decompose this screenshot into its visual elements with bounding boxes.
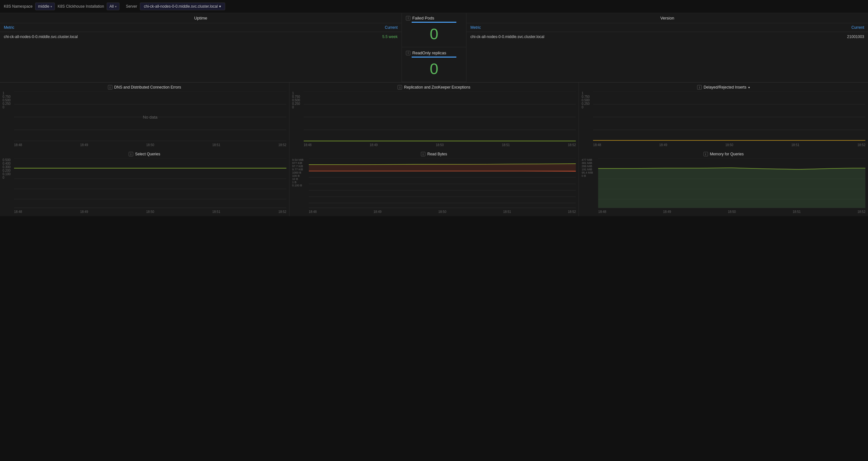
middle-panels: i Failed Pods 0 i ReadOnly replicas 0 <box>402 13 466 82</box>
dns-chart-area: No data <box>14 91 286 143</box>
uptime-table: Metric Current chi-ck-all-nodes-0-0.midd… <box>0 23 401 41</box>
info-icon-failed-pods[interactable]: i <box>406 16 410 21</box>
info-icon-dns[interactable]: i <box>108 85 113 89</box>
read-bytes-chart: i Read Bytes 9.54 MiB 977 KiB 97.7 KiB 9… <box>290 149 579 216</box>
read-bytes-x-axis: 18:48 18:49 18:50 18:51 18:52 <box>309 209 576 213</box>
server-label: Server <box>126 4 137 9</box>
read-bytes-chart-area <box>309 158 576 209</box>
k8s-clickhouse-label: K8S Clickhouse Installation <box>58 4 104 9</box>
uptime-header: Metric Current <box>0 23 401 32</box>
delayed-inserts-chart: i Delayed/Rejected Inserts ▾ 1 0.750 0.5… <box>579 83 868 149</box>
delayed-x-axis: 18:48 18:49 18:50 18:51 18:52 <box>593 143 865 147</box>
version-panel: Version Metric Current chi-ck-all-nodes-… <box>467 13 868 82</box>
failed-pods-value: 0 <box>406 24 462 45</box>
memory-queries-chart: i Memory for Queries 477 MiB 381 MiB 286… <box>579 149 868 216</box>
memory-y-axis: 477 MiB 381 MiB 286 MiB 191 MiB 95.4 MiB… <box>582 158 598 182</box>
readonly-bar <box>412 57 457 58</box>
info-icon-readonly[interactable]: i <box>406 51 410 55</box>
version-metric-value: chi-ck-all-nodes-0-0.middle.svc.cluster.… <box>470 34 544 39</box>
info-icon-replication[interactable]: i <box>398 85 402 89</box>
select-x-axis: 18:48 18:49 18:50 18:51 18:52 <box>14 209 286 213</box>
summary-row: Uptime Metric Current chi-ck-all-nodes-0… <box>0 13 868 83</box>
replication-x-axis: 18:48 18:49 18:50 18:51 18:52 <box>304 143 576 147</box>
k8s-namespace-label: K8S Namespace <box>4 4 33 9</box>
failed-pods-bar <box>412 22 457 23</box>
chevron-down-icon-chart[interactable]: ▾ <box>748 86 750 89</box>
version-current-col: Current <box>851 25 864 30</box>
info-icon-select[interactable]: i <box>129 152 133 156</box>
memory-x-axis: 18:48 18:49 18:50 18:51 18:52 <box>598 209 865 213</box>
uptime-metric-col: Metric <box>4 25 14 30</box>
memory-chart-area <box>598 158 865 209</box>
failed-pods-title: Failed Pods <box>412 16 434 21</box>
delayed-inserts-title: i Delayed/Rejected Inserts ▾ <box>582 85 865 89</box>
k8s-clickhouse-dropdown[interactable]: All ▾ <box>107 3 119 10</box>
replication-title: i Replication and ZooKeeper Exceptions <box>292 85 576 89</box>
uptime-current-col: Current <box>385 25 398 30</box>
version-header: Metric Current <box>467 23 868 32</box>
topbar: K8S Namespace middle ▾ K8S Clickhouse In… <box>0 0 868 13</box>
svg-marker-31 <box>309 164 576 171</box>
replication-chart: i Replication and ZooKeeper Exceptions 1… <box>290 83 579 149</box>
dns-errors-title: i DNS and Distributed Connection Errors <box>3 85 286 89</box>
info-icon-delayed[interactable]: i <box>697 85 702 89</box>
no-data-label: No data <box>143 115 158 120</box>
version-current-value: 21001003 <box>847 34 864 39</box>
svg-marker-38 <box>598 168 865 208</box>
dns-y-axis: 1 0.750 0.500 0.250 0 <box>3 91 14 114</box>
readonly-header: i ReadOnly replicas <box>406 51 462 55</box>
charts-row2: i Select Queries 0.500 0.400 0.300 0.200… <box>0 149 868 216</box>
select-chart-area <box>14 158 286 209</box>
uptime-panel: Uptime Metric Current chi-ck-all-nodes-0… <box>0 13 401 82</box>
readonly-title: ReadOnly replicas <box>412 51 446 55</box>
read-bytes-title: i Read Bytes <box>292 152 576 156</box>
charts-row1: i DNS and Distributed Connection Errors … <box>0 83 868 149</box>
replication-chart-area <box>304 91 576 143</box>
version-table: Metric Current chi-ck-all-nodes-0-0.midd… <box>467 23 868 41</box>
version-metric-col: Metric <box>470 25 481 30</box>
delayed-chart-area <box>593 91 865 143</box>
chevron-down-icon-2: ▾ <box>115 5 117 8</box>
uptime-metric-value: chi-ck-all-nodes-0-0.middle.svc.cluster.… <box>4 34 78 39</box>
readonly-value: 0 <box>406 59 462 79</box>
select-queries-title: i Select Queries <box>3 152 286 156</box>
failed-pods-header: i Failed Pods <box>406 16 462 21</box>
chevron-down-icon: ▾ <box>51 5 52 8</box>
server-dropdown[interactable]: chi-ck-all-nodes-0-0.middle.svc.cluster.… <box>140 3 225 10</box>
chevron-down-icon-3: ▾ <box>219 4 221 9</box>
memory-queries-title: i Memory for Queries <box>582 152 865 156</box>
replication-y-axis: 1 0.750 0.500 0.250 0 <box>292 91 304 114</box>
dns-x-axis: 18:48 18:49 18:50 18:51 18:52 <box>14 143 286 147</box>
uptime-row: chi-ck-all-nodes-0-0.middle.svc.cluster.… <box>0 32 401 41</box>
select-queries-chart: i Select Queries 0.500 0.400 0.300 0.200… <box>0 149 289 216</box>
delayed-y-axis: 1 0.750 0.500 0.250 0 <box>582 91 593 114</box>
k8s-namespace-dropdown[interactable]: middle ▾ <box>35 3 55 10</box>
version-row: chi-ck-all-nodes-0-0.middle.svc.cluster.… <box>467 32 868 41</box>
readonly-replicas-panel: i ReadOnly replicas 0 <box>402 48 466 82</box>
info-icon-memory[interactable]: i <box>704 152 708 156</box>
select-y-axis: 0.500 0.400 0.300 0.200 0.100 0 <box>3 158 14 184</box>
read-bytes-y-axis: 9.54 MiB 977 KiB 97.7 KiB 9.77 KiB 1000 … <box>292 158 309 192</box>
info-icon-read-bytes[interactable]: i <box>421 152 425 156</box>
failed-pods-panel: i Failed Pods 0 <box>402 13 466 47</box>
uptime-title: Uptime <box>0 13 401 23</box>
uptime-current-value: 5.5 week <box>382 34 398 39</box>
version-title: Version <box>467 13 868 23</box>
dns-errors-chart: i DNS and Distributed Connection Errors … <box>0 83 289 149</box>
